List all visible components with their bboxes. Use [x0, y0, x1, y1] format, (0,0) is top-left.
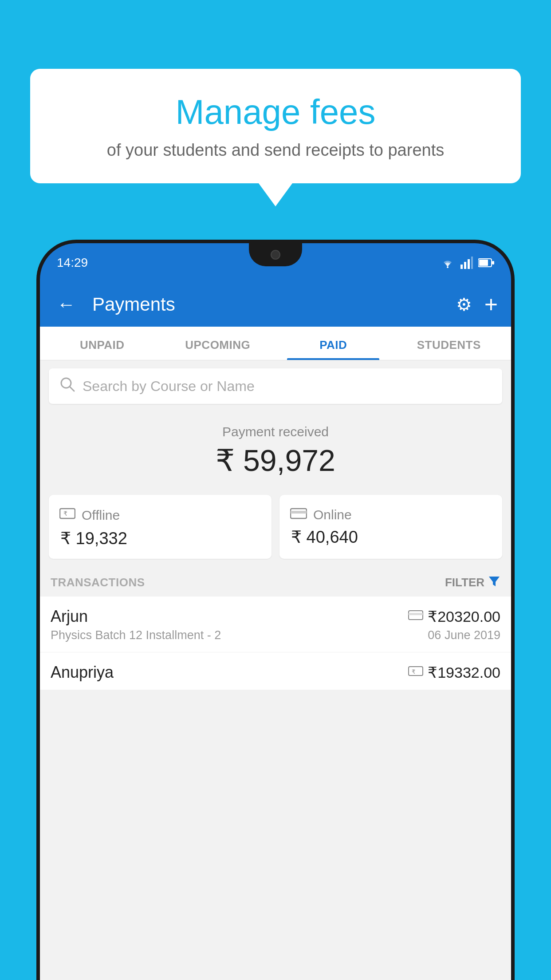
svg-rect-6 [479, 260, 488, 266]
payment-received-section: Payment received ₹ 59,972 [40, 411, 511, 487]
app-screen: ← Payments ⚙ + UNPAID UPCOMING PAID STUD… [40, 282, 511, 980]
search-placeholder: Search by Course or Name [83, 378, 255, 395]
speech-bubble: Manage fees of your students and send re… [30, 69, 521, 183]
status-time: 14:29 [57, 256, 88, 270]
speech-bubble-container: Manage fees of your students and send re… [30, 69, 521, 206]
tabs-bar: UNPAID UPCOMING PAID STUDENTS [40, 327, 511, 360]
status-icons [440, 257, 494, 269]
svg-rect-2 [464, 262, 466, 269]
online-card-header: Online [290, 506, 492, 523]
tab-unpaid[interactable]: UNPAID [44, 327, 160, 360]
notch-cutout [249, 243, 302, 266]
add-icon[interactable]: + [484, 291, 498, 318]
transaction-amount-1: ₹20320.00 [428, 608, 500, 625]
payment-received-amount: ₹ 59,972 [40, 443, 511, 478]
online-card: Online ₹ 40,640 [279, 495, 502, 559]
transaction-amount-wrap-2: ₹ ₹19332.00 [408, 664, 500, 681]
phone-inner: 14:29 [40, 243, 511, 980]
transaction-top-1: Arjun ₹20320.00 [51, 607, 500, 626]
transaction-name-2: Anupriya [51, 663, 114, 682]
svg-rect-17 [409, 667, 423, 676]
wifi-icon [440, 257, 455, 269]
svg-text:₹: ₹ [412, 668, 415, 675]
transaction-payment-icon-2: ₹ [408, 665, 423, 680]
online-icon [290, 506, 307, 523]
transaction-name-1: Arjun [51, 607, 88, 626]
phone-frame: 14:29 [36, 240, 515, 980]
offline-amount: ₹ 19,332 [59, 529, 261, 548]
search-bar[interactable]: Search by Course or Name [49, 368, 502, 404]
transaction-amount-wrap-1: ₹20320.00 [408, 608, 500, 625]
transactions-header: TRANSACTIONS FILTER [40, 569, 511, 597]
filter-label: FILTER [445, 576, 484, 589]
tab-students[interactable]: STUDENTS [391, 327, 507, 360]
camera-dot [271, 250, 280, 260]
status-bar: 14:29 [40, 243, 511, 282]
filter-button[interactable]: FILTER [445, 575, 500, 590]
svg-marker-14 [489, 577, 500, 586]
transaction-top-2: Anupriya ₹ ₹19332.00 [51, 663, 500, 682]
settings-icon[interactable]: ⚙ [456, 294, 472, 315]
header-actions: ⚙ + [456, 291, 498, 318]
signal-icon [460, 257, 473, 269]
header-title: Payments [88, 294, 447, 315]
svg-rect-1 [460, 265, 463, 269]
back-button[interactable]: ← [53, 294, 79, 315]
online-label: Online [313, 507, 352, 522]
offline-card: ₹ Offline ₹ 19,332 [49, 495, 272, 559]
svg-point-0 [447, 266, 449, 268]
svg-rect-3 [468, 259, 470, 269]
content-area: Search by Course or Name Payment receive… [40, 360, 511, 690]
transaction-detail-1: Physics Batch 12 Installment - 2 [51, 628, 221, 642]
speech-bubble-arrow [259, 183, 292, 206]
speech-bubble-title: Manage fees [57, 93, 494, 131]
svg-text:₹: ₹ [63, 510, 67, 517]
transactions-label: TRANSACTIONS [51, 576, 145, 589]
payment-cards: ₹ Offline ₹ 19,332 [49, 495, 502, 559]
payment-received-label: Payment received [40, 424, 511, 439]
battery-icon [478, 258, 494, 268]
svg-rect-10 [60, 509, 75, 518]
svg-rect-7 [492, 261, 494, 265]
transaction-row-partial: Anupriya ₹ ₹19332.00 [40, 652, 511, 690]
app-header: ← Payments ⚙ + [40, 282, 511, 327]
transaction-amount-2: ₹19332.00 [428, 664, 500, 681]
speech-bubble-subtitle: of your students and send receipts to pa… [57, 139, 494, 161]
svg-rect-16 [409, 613, 423, 615]
svg-rect-4 [471, 257, 473, 269]
online-amount: ₹ 40,640 [290, 527, 492, 547]
tab-paid[interactable]: PAID [276, 327, 391, 360]
offline-label: Offline [82, 508, 120, 523]
tab-upcoming[interactable]: UPCOMING [160, 327, 276, 360]
transaction-row: Arjun ₹20320.00 Physics [40, 597, 511, 652]
filter-icon [488, 575, 500, 590]
offline-icon: ₹ [59, 506, 75, 524]
search-icon [59, 376, 75, 396]
transaction-payment-icon-1 [408, 609, 423, 624]
transaction-date-1: 06 June 2019 [428, 628, 500, 642]
offline-card-header: ₹ Offline [59, 506, 261, 524]
transaction-bottom-1: Physics Batch 12 Installment - 2 06 June… [51, 628, 500, 642]
svg-line-9 [70, 387, 74, 391]
svg-rect-13 [291, 511, 307, 514]
